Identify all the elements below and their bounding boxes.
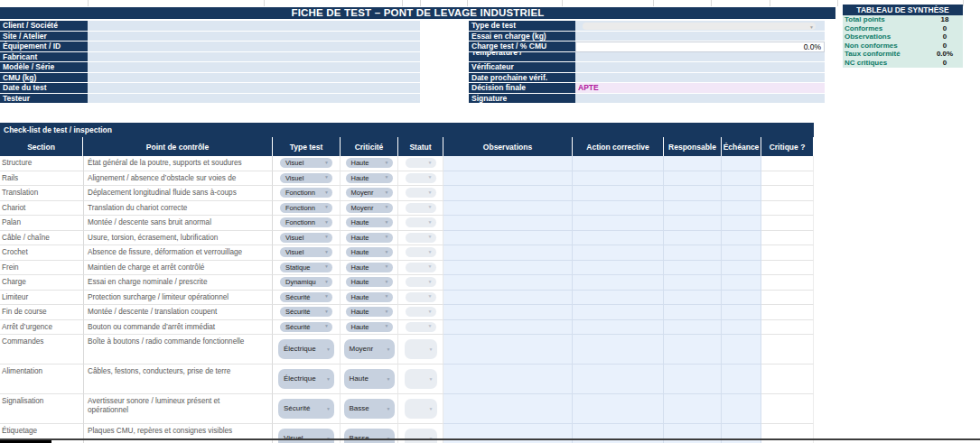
echeance-cell[interactable] xyxy=(722,171,761,187)
dropdown-pill[interactable]: Haute xyxy=(346,158,393,168)
type-test-dropdown[interactable]: Fonctionn xyxy=(273,201,341,217)
dropdown-pill[interactable]: Haute xyxy=(346,173,393,183)
criticite-dropdown[interactable]: Haute xyxy=(341,261,398,276)
form-field-value[interactable] xyxy=(575,21,825,32)
dropdown-pill[interactable]: Visuel xyxy=(280,173,332,183)
echeance-cell[interactable] xyxy=(722,291,761,306)
responsable-cell[interactable] xyxy=(664,261,722,276)
action-corrective-cell[interactable] xyxy=(573,305,664,320)
action-corrective-cell[interactable] xyxy=(573,231,664,246)
form-field-value[interactable] xyxy=(575,62,825,73)
dropdown-pill[interactable]: Sécurité xyxy=(280,322,332,332)
critique-cell[interactable] xyxy=(761,275,814,291)
responsable-cell[interactable] xyxy=(664,320,722,336)
critique-cell[interactable] xyxy=(761,156,814,171)
type-test-dropdown[interactable]: Sécurité xyxy=(273,305,341,320)
dropdown-pill[interactable]: Moyenr xyxy=(344,339,395,359)
responsable-cell[interactable] xyxy=(664,394,722,424)
responsable-cell[interactable] xyxy=(664,186,722,201)
echeance-cell[interactable] xyxy=(722,245,761,261)
statut-dropdown[interactable] xyxy=(398,365,443,394)
responsable-cell[interactable] xyxy=(664,201,722,217)
action-corrective-cell[interactable] xyxy=(573,201,664,217)
observations-cell[interactable] xyxy=(443,335,573,365)
observations-cell[interactable] xyxy=(443,231,573,246)
action-corrective-cell[interactable] xyxy=(573,245,664,261)
form-field-value[interactable] xyxy=(88,21,420,32)
criticite-dropdown[interactable]: Haute xyxy=(341,245,398,261)
statut-dropdown[interactable] xyxy=(398,335,443,365)
observations-cell[interactable] xyxy=(443,171,573,187)
observations-cell[interactable] xyxy=(443,216,573,231)
type-test-dropdown[interactable]: Électrique xyxy=(273,335,341,365)
responsable-cell[interactable] xyxy=(664,216,722,231)
dropdown-pill[interactable]: Haute xyxy=(346,263,393,272)
observations-cell[interactable] xyxy=(443,261,573,276)
criticite-dropdown[interactable]: Moyenr xyxy=(341,186,398,201)
statut-dropdown[interactable] xyxy=(398,171,443,187)
responsable-cell[interactable] xyxy=(664,291,722,306)
action-corrective-cell[interactable] xyxy=(573,291,664,306)
criticite-dropdown[interactable]: Haute xyxy=(341,291,398,306)
echeance-cell[interactable] xyxy=(722,365,761,394)
form-field-value[interactable]: APTE xyxy=(575,83,825,94)
dropdown-pill[interactable]: Sécurité xyxy=(280,307,332,317)
type-test-dropdown[interactable]: Statique xyxy=(273,261,341,276)
type-test-dropdown[interactable]: Sécurité xyxy=(273,291,341,306)
dropdown-pill-empty[interactable] xyxy=(406,233,436,243)
critique-cell[interactable] xyxy=(761,305,814,320)
action-corrective-cell[interactable] xyxy=(573,394,664,424)
dropdown-pill[interactable]: Haute xyxy=(346,233,393,243)
action-corrective-cell[interactable] xyxy=(573,320,664,336)
criticite-dropdown[interactable]: Basse xyxy=(341,394,398,424)
statut-dropdown[interactable] xyxy=(398,261,443,276)
dropdown-pill-empty[interactable] xyxy=(406,188,436,198)
form-field-value[interactable] xyxy=(575,52,825,63)
type-test-dropdown[interactable]: Sécurité xyxy=(273,394,341,424)
echeance-cell[interactable] xyxy=(722,216,761,231)
dropdown-pill[interactable]: Statique xyxy=(280,263,332,272)
critique-cell[interactable] xyxy=(761,231,814,246)
critique-cell[interactable] xyxy=(761,245,814,261)
dropdown-pill[interactable]: Sécurité xyxy=(280,292,332,302)
observations-cell[interactable] xyxy=(443,186,573,201)
action-corrective-cell[interactable] xyxy=(573,186,664,201)
dropdown-pill[interactable]: Électrique xyxy=(278,369,334,389)
critique-cell[interactable] xyxy=(761,171,814,187)
criticite-dropdown[interactable]: Moyenr xyxy=(341,201,398,217)
dropdown-pill-empty[interactable] xyxy=(406,322,436,332)
dropdown-pill-empty[interactable] xyxy=(406,263,436,272)
echeance-cell[interactable] xyxy=(722,186,761,201)
action-corrective-cell[interactable] xyxy=(573,216,664,231)
dropdown-pill[interactable]: Haute xyxy=(346,277,393,287)
observations-cell[interactable] xyxy=(443,245,573,261)
action-corrective-cell[interactable] xyxy=(573,275,664,291)
criticite-dropdown[interactable]: Haute xyxy=(341,156,398,171)
dropdown-pill[interactable]: Haute xyxy=(344,369,395,389)
form-field-value[interactable]: 0.0% xyxy=(575,42,825,52)
action-corrective-cell[interactable] xyxy=(573,365,664,394)
type-test-dropdown[interactable]: Visuel xyxy=(273,231,341,246)
action-corrective-cell[interactable] xyxy=(573,261,664,276)
observations-cell[interactable] xyxy=(443,365,573,394)
dropdown-pill-empty[interactable] xyxy=(406,247,436,257)
echeance-cell[interactable] xyxy=(722,156,761,171)
statut-dropdown[interactable] xyxy=(398,201,443,217)
observations-cell[interactable] xyxy=(443,305,573,320)
action-corrective-cell[interactable] xyxy=(573,171,664,187)
echeance-cell[interactable] xyxy=(722,261,761,276)
dropdown-pill-empty[interactable] xyxy=(406,307,436,317)
statut-dropdown[interactable] xyxy=(398,231,443,246)
criticite-dropdown[interactable]: Haute xyxy=(341,171,398,187)
form-field-value[interactable] xyxy=(575,73,825,84)
statut-dropdown[interactable] xyxy=(398,186,443,201)
responsable-cell[interactable] xyxy=(664,231,722,246)
form-field-value[interactable] xyxy=(575,32,825,42)
echeance-cell[interactable] xyxy=(722,305,761,320)
type-test-dropdown[interactable]: Fonctionn xyxy=(273,216,341,231)
type-test-dropdown[interactable]: Visuel xyxy=(273,171,341,187)
criticite-dropdown[interactable]: Haute xyxy=(341,320,398,336)
critique-cell[interactable] xyxy=(761,394,814,424)
responsable-cell[interactable] xyxy=(664,245,722,261)
form-field-value[interactable] xyxy=(88,73,420,84)
